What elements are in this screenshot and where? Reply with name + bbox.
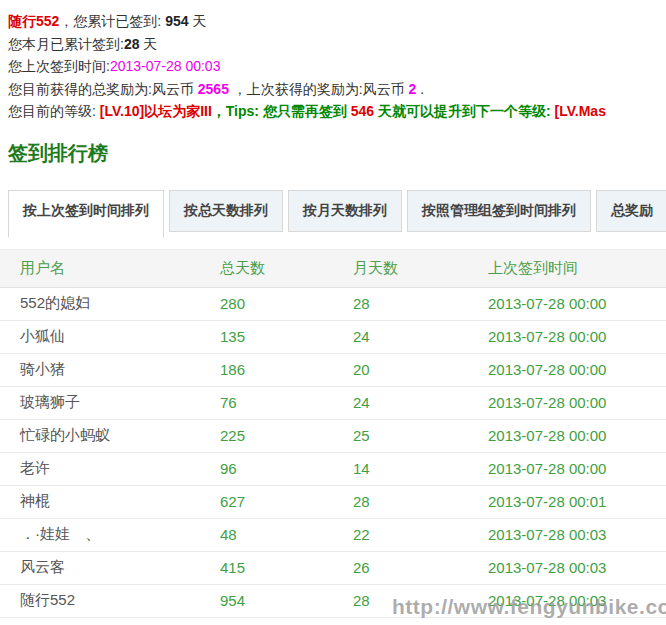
cell-total-days: 280: [200, 287, 333, 320]
tab-item[interactable]: 按月天数排列: [288, 190, 402, 232]
cell-username[interactable]: 风云客: [0, 551, 200, 584]
table-row: 小狐仙135242013-07-28 00:00: [0, 320, 666, 353]
tab-item[interactable]: 按总天数排列: [169, 190, 283, 232]
cell-username[interactable]: 忙碌的小蚂蚁: [0, 419, 200, 452]
current-level-value: [LV.10]以坛为家III: [100, 103, 212, 119]
table-header: 用户名总天数月天数上次签到时间: [0, 249, 666, 287]
cell-username[interactable]: 玻璃狮子: [0, 386, 200, 419]
table-row: 骑小猪186202013-07-28 00:00: [0, 353, 666, 386]
cell-username[interactable]: 552的媳妇: [0, 287, 200, 320]
table-body: 552的媳妇280282013-07-28 00:00小狐仙135242013-…: [0, 287, 666, 617]
month-days-value: 28: [124, 36, 140, 52]
leaderboard-tabbar: 按上次签到时间排列按总天数排列按月天数排列按照管理组签到时间排列总奖励: [8, 190, 666, 238]
table-header-row: 用户名总天数月天数上次签到时间: [0, 249, 666, 287]
cell-month-days: 24: [333, 320, 468, 353]
cell-month-days: 26: [333, 551, 468, 584]
last-checkin-time-value: 2013-07-28 00:03: [110, 58, 221, 74]
cell-month-days: 22: [333, 518, 468, 551]
cell-username[interactable]: ．·娃娃ゞ、: [0, 518, 200, 551]
cell-total-days: 186: [200, 353, 333, 386]
user-checkin-summary: 随行552，您累计已签到: 954 天 您本月已累计签到:28 天 您上次签到时…: [0, 0, 666, 123]
site-watermark: http://www.fengyunbike.com: [392, 595, 666, 619]
cell-total-days: 225: [200, 419, 333, 452]
table-row: 神棍627282013-07-28 00:01: [0, 485, 666, 518]
summary-line-total: 随行552，您累计已签到: 954 天: [8, 10, 666, 33]
cell-last-checkin-time: 2013-07-28 00:00: [468, 419, 666, 452]
cell-month-days: 14: [333, 452, 468, 485]
cell-month-days: 25: [333, 419, 468, 452]
current-username[interactable]: 随行552: [8, 13, 59, 29]
cell-username[interactable]: 老许: [0, 452, 200, 485]
cell-total-days: 48: [200, 518, 333, 551]
col-username: 用户名: [0, 249, 200, 287]
cell-total-days: 627: [200, 485, 333, 518]
cell-username[interactable]: 骑小猪: [0, 353, 200, 386]
table-row: 老许96142013-07-28 00:00: [0, 452, 666, 485]
cell-last-checkin-time: 2013-07-28 00:03: [468, 518, 666, 551]
table-row: 552的媳妇280282013-07-28 00:00: [0, 287, 666, 320]
days-to-next-level-value: 546: [351, 103, 374, 119]
summary-line-reward: 您目前获得的总奖励为:风云币 2565 ，上次获得的奖励为:风云币 2 .: [8, 78, 666, 101]
cell-total-days: 76: [200, 386, 333, 419]
total-days-value: 954: [165, 13, 188, 29]
cell-last-checkin-time: 2013-07-28 00:03: [468, 551, 666, 584]
summary-line-level: 您目前的等级: [LV.10]以坛为家III，Tips: 您只需再签到 546 …: [8, 100, 666, 123]
col-month-days: 月天数: [333, 249, 468, 287]
cell-username[interactable]: 神棍: [0, 485, 200, 518]
cell-last-checkin-time: 2013-07-28 00:00: [468, 353, 666, 386]
cell-last-checkin-time: 2013-07-28 00:00: [468, 452, 666, 485]
summary-line-lasttime: 您上次签到时间:2013-07-28 00:03: [8, 55, 666, 78]
cell-total-days: 135: [200, 320, 333, 353]
cell-username[interactable]: 小狐仙: [0, 320, 200, 353]
cell-total-days: 954: [200, 584, 333, 617]
table-row: 玻璃狮子76242013-07-28 00:00: [0, 386, 666, 419]
cell-month-days: 20: [333, 353, 468, 386]
tab-item[interactable]: 按照管理组签到时间排列: [407, 190, 591, 232]
table-row: 风云客415262013-07-28 00:03: [0, 551, 666, 584]
checkin-page: 随行552，您累计已签到: 954 天 您本月已累计签到:28 天 您上次签到时…: [0, 0, 666, 625]
leaderboard-title: 签到排行榜: [8, 140, 666, 167]
cell-month-days: 24: [333, 386, 468, 419]
total-reward-value: 2565: [198, 81, 229, 97]
cell-last-checkin-time: 2013-07-28 00:00: [468, 287, 666, 320]
summary-line-month: 您本月已累计签到:28 天: [8, 33, 666, 56]
cell-last-checkin-time: 2013-07-28 00:00: [468, 386, 666, 419]
cell-total-days: 96: [200, 452, 333, 485]
col-total-days: 总天数: [200, 249, 333, 287]
cell-month-days: 28: [333, 485, 468, 518]
cell-last-checkin-time: 2013-07-28 00:01: [468, 485, 666, 518]
col-last-checkin-time: 上次签到时间: [468, 249, 666, 287]
cell-username[interactable]: 随行552: [0, 584, 200, 617]
tab-item[interactable]: 按上次签到时间排列: [8, 190, 164, 238]
cell-month-days: 28: [333, 287, 468, 320]
next-level-value: [LV.Mas: [555, 103, 606, 119]
tab-item[interactable]: 总奖励: [596, 190, 666, 232]
cell-total-days: 415: [200, 551, 333, 584]
cell-last-checkin-time: 2013-07-28 00:00: [468, 320, 666, 353]
leaderboard-table: 用户名总天数月天数上次签到时间 552的媳妇280282013-07-28 00…: [0, 249, 666, 618]
table-row: ．·娃娃ゞ、48222013-07-28 00:03: [0, 518, 666, 551]
table-row: 忙碌的小蚂蚁225252013-07-28 00:00: [0, 419, 666, 452]
